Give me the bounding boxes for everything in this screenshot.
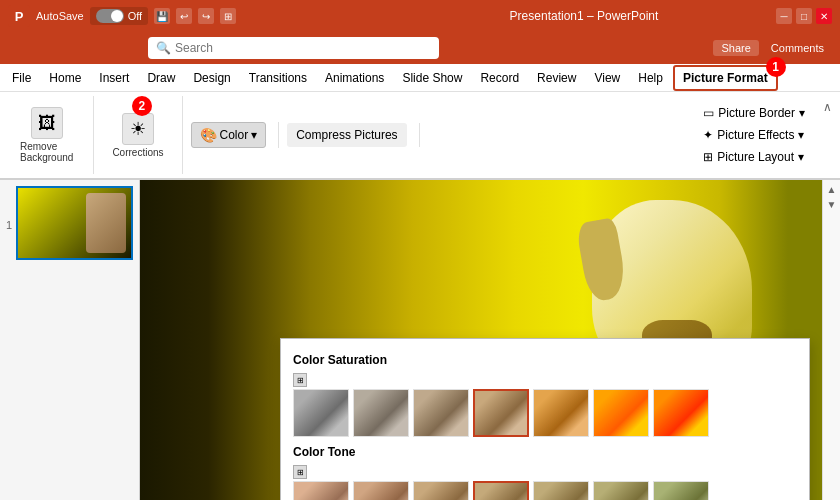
- ribbon-right-panel: ▲ ▼: [822, 180, 840, 500]
- ribbon: 🖼 RemoveBackground ☀ Corrections 2 🎨 Col…: [0, 92, 840, 180]
- slide-thumbnail[interactable]: [16, 186, 133, 260]
- titlebar-left: P AutoSave Off 💾 ↩ ↪ ⊞: [8, 5, 392, 27]
- swatch-sat-33[interactable]: [353, 389, 409, 437]
- toggle-knob: [111, 10, 123, 22]
- corrections-btn[interactable]: ☀ Corrections: [106, 109, 169, 162]
- menu-insert[interactable]: Insert: [91, 67, 137, 89]
- menubar: File Home Insert Draw Design Transitions…: [0, 64, 840, 92]
- tone-grid-icon: ⊞: [293, 465, 307, 479]
- app-window: P AutoSave Off 💾 ↩ ↪ ⊞ Presentation1 – P…: [0, 0, 840, 500]
- minimize-btn[interactable]: ─: [776, 8, 792, 24]
- ribbon-group-corrections: ☀ Corrections 2: [102, 96, 182, 174]
- color-dropdown-arrow: ▾: [251, 128, 257, 142]
- comments-btn[interactable]: Comments: [763, 40, 832, 56]
- search-icon: 🔍: [156, 41, 171, 55]
- tone-icon-row: ⊞: [293, 465, 797, 479]
- app-logo: P: [8, 5, 30, 27]
- redo-icon[interactable]: ↪: [198, 8, 214, 24]
- toggle-switch[interactable]: [96, 9, 124, 23]
- titlebar-controls: ─ □ ✕: [776, 8, 832, 24]
- autosave-label: AutoSave: [36, 10, 84, 22]
- color-btn[interactable]: 🎨 Color ▾: [191, 122, 267, 148]
- compress-pictures-btn[interactable]: Compress Pictures: [287, 123, 406, 147]
- color-icon: 🎨: [200, 127, 217, 143]
- slide-panel: 1: [0, 180, 140, 500]
- saturation-swatches: [293, 389, 797, 437]
- quick-access-icon[interactable]: ⊞: [220, 8, 236, 24]
- swatch-tone-2[interactable]: [413, 481, 469, 500]
- ribbon-group-remove-bg: 🖼 RemoveBackground: [8, 96, 94, 174]
- swatch-sat-400[interactable]: [653, 389, 709, 437]
- corrections-label: Corrections: [112, 147, 163, 158]
- step-2-badge: 2: [132, 96, 152, 116]
- share-btn[interactable]: Share: [713, 40, 758, 56]
- right-ribbon: ▭ Picture Border ▾ ✦ Picture Effects ▾ ⊞…: [697, 104, 811, 166]
- menu-transitions[interactable]: Transitions: [241, 67, 315, 89]
- picture-effects-label: Picture Effects: [717, 128, 794, 142]
- slide-number: 1: [6, 219, 12, 231]
- swatch-sat-200[interactable]: [533, 389, 589, 437]
- ribbon-group-color: 🎨 Color ▾: [191, 122, 280, 148]
- close-btn[interactable]: ✕: [816, 8, 832, 24]
- undo-icon[interactable]: ↩: [176, 8, 192, 24]
- menu-file[interactable]: File: [4, 67, 39, 89]
- swatch-tone-3[interactable]: [473, 481, 529, 500]
- menu-draw[interactable]: Draw: [139, 67, 183, 89]
- autosave-state: Off: [128, 10, 142, 22]
- swatch-tone-1[interactable]: [353, 481, 409, 500]
- content-area: 1: [0, 180, 840, 500]
- remove-bg-label: RemoveBackground: [20, 141, 73, 163]
- picture-effects-arrow: ▾: [798, 128, 804, 142]
- search-wrap: 🔍: [148, 37, 439, 59]
- picture-border-btn[interactable]: ▭ Picture Border ▾: [697, 104, 811, 122]
- menu-help[interactable]: Help: [630, 67, 671, 89]
- picture-border-icon: ▭: [703, 106, 714, 120]
- swatch-tone-5[interactable]: [593, 481, 649, 500]
- panel-collapse-down[interactable]: ▼: [827, 199, 837, 210]
- picture-layout-arrow: ▾: [798, 150, 804, 164]
- remove-background-btn[interactable]: 🖼 RemoveBackground: [12, 103, 81, 167]
- ribbon-group-compress: Compress Pictures: [287, 123, 419, 147]
- color-dropdown-panel: Color Saturation ⊞ Color Tone ⊞: [280, 338, 810, 500]
- saturation-title: Color Saturation: [293, 353, 797, 367]
- menu-view[interactable]: View: [586, 67, 628, 89]
- step-1-badge: 1: [766, 57, 786, 77]
- ribbon-collapse-btn[interactable]: ∧: [823, 100, 832, 114]
- picture-effects-btn[interactable]: ✦ Picture Effects ▾: [697, 126, 811, 144]
- swatch-tone-0[interactable]: [293, 481, 349, 500]
- swatch-tone-4[interactable]: [533, 481, 589, 500]
- picture-layout-btn[interactable]: ⊞ Picture Layout ▾: [697, 148, 811, 166]
- swatch-sat-0[interactable]: [293, 389, 349, 437]
- saturation-grid-icon: ⊞: [293, 373, 307, 387]
- search-bar-row: 🔍 Share Comments: [0, 32, 840, 64]
- saturation-icon-row: ⊞: [293, 373, 797, 387]
- corrections-icon: ☀: [122, 113, 154, 145]
- menu-review[interactable]: Review: [529, 67, 584, 89]
- menu-home[interactable]: Home: [41, 67, 89, 89]
- swatch-sat-100[interactable]: [473, 389, 529, 437]
- menu-record[interactable]: Record: [472, 67, 527, 89]
- picture-layout-icon: ⊞: [703, 150, 713, 164]
- search-input[interactable]: [175, 41, 431, 55]
- picture-effects-icon: ✦: [703, 128, 713, 142]
- titlebar: P AutoSave Off 💾 ↩ ↪ ⊞ Presentation1 – P…: [0, 0, 840, 32]
- panel-collapse-up[interactable]: ▲: [827, 184, 837, 195]
- compress-label: Compress Pictures: [296, 128, 397, 142]
- autosave-toggle[interactable]: Off: [90, 7, 148, 25]
- menu-design[interactable]: Design: [185, 67, 238, 89]
- swatch-sat-67[interactable]: [413, 389, 469, 437]
- picture-border-label: Picture Border: [718, 106, 795, 120]
- swatch-tone-6[interactable]: [653, 481, 709, 500]
- menu-picture-format[interactable]: Picture Format 1: [673, 65, 778, 91]
- save-icon[interactable]: 💾: [154, 8, 170, 24]
- swatch-sat-300[interactable]: [593, 389, 649, 437]
- titlebar-title: Presentation1 – PowerPoint: [392, 9, 776, 23]
- color-tone-swatches: [293, 481, 797, 500]
- menu-slideshow[interactable]: Slide Show: [394, 67, 470, 89]
- remove-bg-icon: 🖼: [31, 107, 63, 139]
- maximize-btn[interactable]: □: [796, 8, 812, 24]
- main-slide-area: Color Saturation ⊞ Color Tone ⊞: [140, 180, 822, 500]
- picture-layout-label: Picture Layout: [717, 150, 794, 164]
- color-label: Color: [220, 128, 249, 142]
- menu-animations[interactable]: Animations: [317, 67, 392, 89]
